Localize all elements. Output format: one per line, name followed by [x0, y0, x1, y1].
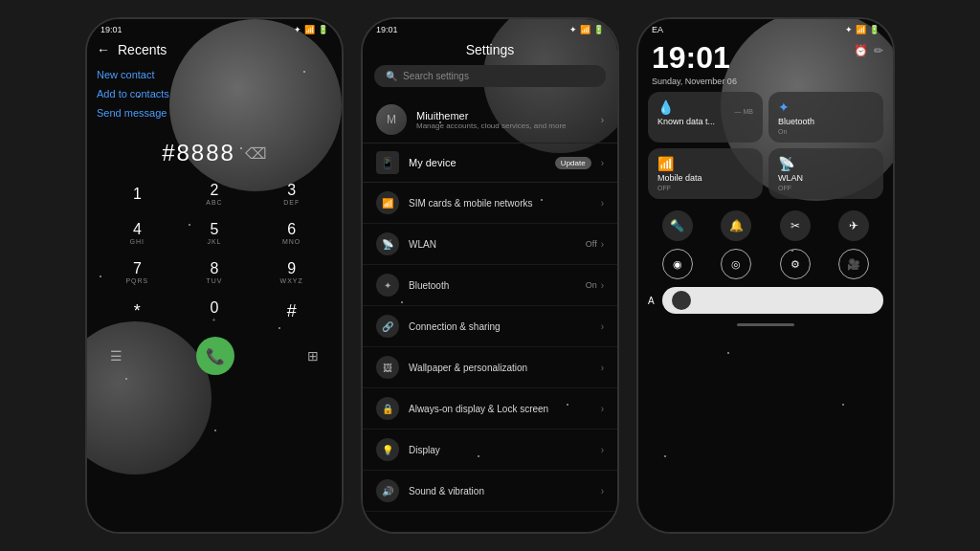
call-button[interactable]: 📞	[196, 337, 234, 375]
back-arrow-icon[interactable]: ←	[97, 42, 110, 57]
cc-icons-row-2: ◉ ◎ ⚙ 🎥	[648, 245, 883, 283]
device-icon: 📱	[376, 151, 399, 174]
sound-label: Sound & vibration	[409, 485, 591, 497]
scissors-icon: ✂	[791, 219, 800, 232]
settings-item-sim[interactable]: 📶 SIM cards & mobile networks ›	[363, 183, 617, 224]
key-2[interactable]: 2ABC	[178, 176, 252, 211]
edit-icon[interactable]: ✏	[874, 44, 883, 57]
aod-arrow-icon: ›	[601, 404, 604, 414]
battery-icon-1: 🔋	[318, 25, 328, 34]
cc-date: Sunday, November 06	[648, 77, 741, 92]
key-5[interactable]: 5JKL	[178, 215, 252, 251]
key-7[interactable]: 7PQRS	[100, 254, 174, 290]
camera-button[interactable]: 🎥	[838, 249, 869, 279]
brightness-button[interactable]: ◉	[662, 249, 693, 279]
cc-icons-row-1: 🔦 🔔 ✂ ✈	[648, 207, 883, 245]
dialer-display: #8888 ⌫	[87, 130, 342, 176]
settings-item-wallpaper[interactable]: 🖼 Wallpaper & personalization ›	[363, 347, 617, 388]
key-8[interactable]: 8TUV	[178, 254, 252, 290]
settings-item-sound[interactable]: 🔊 Sound & vibration ›	[363, 471, 617, 512]
cc-tile-bluetooth[interactable]: ✦ Bluetooth On	[768, 92, 883, 143]
keypad-icon[interactable]: ⊞	[307, 348, 319, 364]
cc-time-icons: ⏰ ✏	[854, 38, 883, 57]
recents-title: Recents	[118, 42, 167, 57]
aod-label: Always-on display & Lock screen	[409, 403, 591, 415]
wallpaper-label: Wallpaper & personalization	[409, 362, 591, 374]
backspace-button[interactable]: ⌫	[245, 144, 267, 163]
mobile-data-tile-icon: 📶	[657, 156, 674, 171]
key-0[interactable]: 0+	[178, 294, 252, 329]
status-bar-2: 19:01 ✦ 📶 🔋	[363, 19, 617, 38]
alarm-icon[interactable]: ⏰	[854, 44, 868, 57]
menu-icon[interactable]: ☰	[110, 348, 122, 364]
my-device-arrow-icon: ›	[601, 158, 604, 168]
user-label: EA	[652, 25, 663, 34]
bluetooth-tile-label: Bluetooth	[778, 117, 874, 126]
phone-2: 19:01 ✦ 📶 🔋 Settings 🔍 Search settings M…	[361, 17, 619, 534]
key-3[interactable]: 3DEF	[255, 176, 328, 211]
search-bar[interactable]: 🔍 Search settings	[374, 65, 606, 87]
settings-item-display[interactable]: 💡 Display ›	[363, 430, 617, 471]
keypad: 1 2ABC 3DEF 4GHI 5JKL 6MNO 7PQRS 8TUV 9W…	[87, 176, 342, 329]
signal-cc: 📶	[856, 25, 866, 34]
signal-s2: 📶	[580, 25, 590, 34]
key-1[interactable]: 1	[100, 176, 174, 211]
flashlight-button[interactable]: 🔦	[662, 210, 693, 241]
key-9[interactable]: 9WXYZ	[255, 254, 328, 290]
my-device-row[interactable]: 📱 My device Update ›	[363, 143, 617, 182]
time-label-2: 19:01	[376, 25, 398, 34]
bluetooth-s2: ✦	[569, 25, 577, 34]
settings-button[interactable]: ⚙	[780, 249, 811, 279]
airplane-icon: ✈	[849, 219, 858, 232]
key-star[interactable]: *	[100, 294, 174, 329]
add-contact-option[interactable]: Add to contacts	[97, 88, 332, 99]
settings-item-wlan[interactable]: 📡 WLAN Off ›	[363, 224, 617, 265]
bottom-bar-1: ☰ 📞 ⊞	[87, 329, 342, 383]
cc-tile-data[interactable]: 💧 — MB Known data t...	[648, 92, 763, 143]
flashlight-icon: 🔦	[670, 219, 684, 232]
display-label: Display	[409, 444, 591, 456]
wlan-arrow-icon: ›	[601, 239, 604, 250]
sim-icon: 📶	[376, 191, 399, 214]
notification-button[interactable]: 🔔	[721, 210, 751, 241]
cc-tile-wlan[interactable]: 📡 WLAN OFF	[768, 148, 883, 199]
bluetooth-settings-icon: ✦	[376, 274, 399, 297]
wlan-tile-icon: 📡	[778, 156, 794, 171]
brightness-slider[interactable]	[662, 287, 883, 314]
wlan-tile-label: WLAN	[778, 173, 874, 183]
send-message-option[interactable]: Send message	[97, 107, 332, 119]
time-label-1: 19:01	[100, 25, 122, 34]
phone-1: 19:01 ✦ 📶 🔋 ← Recents New contact Add to…	[85, 17, 344, 534]
bluetooth-cc-icon: ✦	[845, 25, 853, 34]
scissors-button[interactable]: ✂	[780, 210, 811, 241]
signal-icon-1: 📶	[304, 25, 315, 34]
update-badge: Update	[555, 157, 591, 169]
settings-item-aod[interactable]: 🔒 Always-on display & Lock screen ›	[363, 388, 617, 430]
data-tile-status: — MB	[735, 108, 753, 115]
new-contact-option[interactable]: New contact	[97, 69, 332, 80]
location-button[interactable]: ◎	[721, 249, 751, 279]
settings-item-bluetooth[interactable]: ✦ Bluetooth On ›	[363, 265, 617, 306]
settings-item-connection[interactable]: 🔗 Connection & sharing ›	[363, 306, 617, 347]
airplane-button[interactable]: ✈	[838, 210, 869, 241]
dialer-number: #8888	[162, 140, 235, 166]
account-avatar: M	[376, 104, 407, 135]
key-6[interactable]: 6MNO	[255, 215, 328, 251]
key-hash[interactable]: #	[255, 294, 328, 329]
brightness-icon: ◉	[673, 258, 682, 271]
sound-arrow-icon: ›	[601, 486, 604, 496]
wlan-icon: 📡	[376, 232, 399, 255]
bluetooth-tile-sub: On	[778, 128, 874, 135]
key-4[interactable]: 4GHI	[100, 215, 174, 251]
status-icons-2: ✦ 📶 🔋	[569, 25, 604, 34]
battery-s2: 🔋	[593, 25, 604, 34]
settings-list: 📶 SIM cards & mobile networks › 📡 WLAN O…	[363, 182, 617, 512]
sound-icon: 🔊	[376, 479, 399, 502]
mobile-data-tile-label: Mobile data	[657, 173, 753, 183]
sim-arrow-icon: ›	[601, 198, 604, 209]
cc-tile-mobile[interactable]: 📶 Mobile data OFF	[648, 148, 763, 199]
connection-icon: 🔗	[376, 315, 399, 338]
account-row[interactable]: M Miuithemer Manage accounts, cloud serv…	[363, 97, 617, 143]
account-info: Miuithemer Manage accounts, cloud servic…	[416, 110, 591, 130]
camera-icon: 🎥	[847, 258, 860, 271]
